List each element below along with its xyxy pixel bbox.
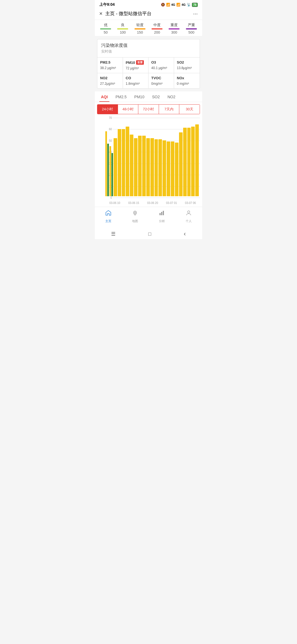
nav-icon-个人	[185, 210, 192, 218]
bar-pair	[122, 129, 125, 196]
network-4g-2: 4G	[182, 3, 186, 6]
nav-item-地图[interactable]: 地图	[122, 210, 149, 223]
legend-value: 200	[154, 30, 160, 34]
cell-name: PM10	[126, 61, 135, 65]
tab-aqi[interactable]: AQI	[97, 91, 112, 102]
cell-name: CO	[126, 76, 131, 80]
pollutant-cell[interactable]: NO2 27.2μg/m³	[97, 73, 123, 88]
bar-yellow	[138, 136, 142, 196]
bar-yellow	[158, 139, 162, 196]
legend-label: 重度	[170, 23, 178, 28]
pollutant-section: 污染物浓度值 实时值 PM2.5 38.2 μg/m³ PM10 首要 72 μ…	[97, 39, 200, 89]
cell-name-wrapper: SO2	[177, 60, 197, 64]
tab-no2[interactable]: NO2	[164, 91, 179, 102]
pollutant-cell[interactable]: TVOC 0mg/m³	[148, 73, 174, 88]
chart-tabs: AQIPM2.5PM10SO2NO2	[95, 91, 202, 102]
back-button[interactable]: ‹	[184, 230, 186, 238]
cell-value: 72 μg/m³	[126, 66, 145, 70]
bar-yellow	[109, 146, 111, 196]
wifi-icon: 📡	[187, 3, 191, 7]
bar-yellow	[114, 138, 117, 196]
cell-value: 0 mg/m³	[177, 82, 197, 86]
tab-pm10[interactable]: PM10	[130, 91, 148, 102]
legend-value: 500	[188, 30, 194, 34]
bar-pair	[118, 129, 121, 196]
x-axis: 03-06 1003-06 1503-06 2003-07 0103-07 06	[105, 201, 200, 204]
tab-pm2.5[interactable]: PM2.5	[112, 91, 130, 102]
svg-rect-4	[163, 211, 164, 215]
aqi-legend: 优 50 良 100 轻度 150 中度 200 重度 300 严重 500	[95, 20, 202, 36]
legend-bar	[169, 28, 180, 29]
legend-item: 严重 500	[186, 23, 197, 34]
bar-yellow	[118, 129, 121, 196]
pollutant-cell[interactable]: SO2 13.8μg/m³	[174, 58, 200, 73]
bar-pair	[163, 140, 166, 196]
legend-bar	[186, 28, 197, 29]
legend-bar	[117, 28, 128, 29]
time-range: 24小时48小时72小时7天内30天	[97, 104, 200, 114]
bar-yellow	[150, 138, 154, 196]
bar-yellow	[130, 135, 133, 196]
time-btn-2[interactable]: 72小时	[138, 105, 159, 114]
pollutant-cell[interactable]: O3 40.1 μg/m³	[148, 58, 174, 73]
more-button[interactable]: ···	[193, 10, 198, 17]
legend-bar	[152, 28, 163, 29]
legend-item: 优 50	[100, 23, 111, 34]
network-4g-1: 4G	[171, 3, 175, 6]
pollutant-cell[interactable]: PM10 首要 72 μg/m³	[123, 58, 148, 73]
nav-item-主页[interactable]: 主页	[95, 210, 122, 223]
time-btn-4[interactable]: 30天	[179, 105, 200, 114]
bottom-nav: 主页 地图 分析 个人	[95, 207, 202, 228]
close-button[interactable]: ×	[99, 10, 103, 17]
bar-yellow	[175, 143, 178, 196]
system-nav: ☰ □ ‹	[95, 228, 202, 239]
status-icons: 🔕 📶 4G 📶 4G 📡 78	[161, 3, 198, 7]
bar-pair	[105, 131, 109, 196]
legend-label: 中度	[153, 23, 161, 28]
pollutant-cell[interactable]: CO 1.8mg/m³	[123, 73, 148, 88]
mute-icon: 🔕	[161, 3, 165, 7]
bars-area	[105, 116, 199, 196]
menu-button[interactable]: ☰	[111, 231, 116, 237]
time-btn-1[interactable]: 48小时	[118, 105, 139, 114]
pollutant-cell[interactable]: NOx 0 mg/m³	[174, 73, 200, 88]
bar-green	[111, 153, 113, 196]
legend-item: 重度 300	[169, 23, 180, 34]
bar-pair	[150, 138, 154, 196]
legend-value: 100	[120, 30, 126, 34]
legend-label: 严重	[188, 23, 195, 28]
cell-name-wrapper: O3	[151, 60, 171, 64]
bar-yellow	[126, 127, 129, 196]
chart-section: AQIPM2.5PM10SO2NO2 24小时48小时72小时7天内30天 70…	[95, 91, 202, 207]
page-title: 主页 - 微型站微信平台	[105, 10, 152, 17]
bar-yellow	[167, 141, 170, 196]
bar-pair	[146, 138, 150, 196]
bar-pair	[191, 127, 195, 196]
time-btn-3[interactable]: 7天内	[159, 105, 180, 114]
nav-icon-主页	[105, 210, 112, 218]
cell-name-wrapper: CO	[126, 76, 145, 80]
cell-value: 40.1 μg/m³	[151, 66, 171, 70]
nav-item-个人[interactable]: 个人	[175, 210, 202, 223]
x-label: 03-06 10	[109, 201, 120, 204]
battery-indicator: 78	[192, 3, 198, 7]
cell-value: 0mg/m³	[151, 82, 171, 86]
bar-pair	[167, 141, 170, 196]
nav-item-分析[interactable]: 分析	[148, 210, 175, 223]
bar-yellow	[105, 131, 107, 196]
cell-name-wrapper: TVOC	[151, 76, 171, 80]
cell-name: TVOC	[151, 76, 161, 80]
svg-point-1	[134, 212, 136, 213]
time-btn-0[interactable]: 24小时	[97, 105, 118, 114]
cell-value: 38.2 μg/m³	[100, 66, 120, 70]
pollutant-cell[interactable]: PM2.5 38.2 μg/m³	[97, 58, 123, 73]
x-label: 03-07 06	[185, 201, 196, 204]
pollutant-subtitle: 实时值	[101, 49, 196, 54]
title-left: × 主页 - 微型站微信平台	[99, 10, 152, 17]
legend-value: 50	[104, 30, 108, 34]
bar-yellow	[191, 127, 195, 196]
tab-so2[interactable]: SO2	[148, 91, 164, 102]
h-line	[113, 198, 200, 198]
legend-label: 良	[121, 23, 125, 28]
home-button[interactable]: □	[148, 231, 151, 237]
